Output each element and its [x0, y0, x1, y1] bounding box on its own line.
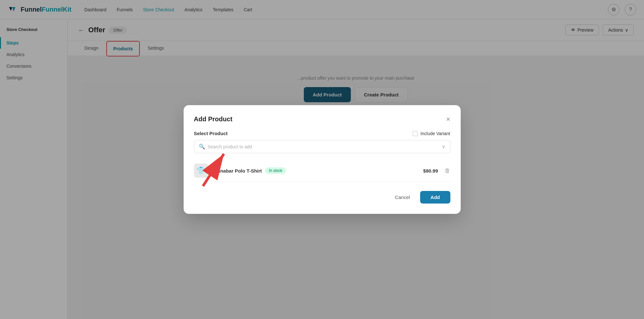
modal-title: Add Product: [194, 115, 233, 123]
select-product-label: Select Product: [194, 131, 228, 136]
add-product-modal: Add Product × Select Product Include Var…: [184, 105, 461, 214]
include-variant-row: Include Variant: [413, 131, 450, 136]
red-arrow-annotation: [193, 147, 232, 191]
modal-footer: Cancel Add: [194, 191, 450, 204]
modal-overlay[interactable]: Add Product × Select Product Include Var…: [0, 0, 644, 319]
include-variant-checkbox[interactable]: [413, 131, 418, 136]
add-button[interactable]: Add: [420, 191, 450, 204]
product-price: $80.99: [423, 168, 438, 174]
svg-line-1: [203, 154, 224, 186]
product-search-input[interactable]: [208, 144, 439, 149]
modal-close-button[interactable]: ×: [446, 116, 450, 123]
stock-badge: In stock: [265, 167, 286, 174]
modal-select-row: Select Product Include Variant: [194, 131, 450, 136]
include-variant-label: Include Variant: [420, 131, 450, 136]
modal-header: Add Product ×: [194, 115, 450, 123]
product-search-box[interactable]: 🔍 ∨: [194, 140, 450, 153]
search-chevron-icon: ∨: [442, 144, 446, 150]
product-delete-button[interactable]: 🗑: [445, 167, 450, 174]
cancel-button[interactable]: Cancel: [389, 191, 417, 203]
product-list-item: 👕 Cinnabar Polo T-Shirt In stock $80.99 …: [194, 160, 450, 182]
